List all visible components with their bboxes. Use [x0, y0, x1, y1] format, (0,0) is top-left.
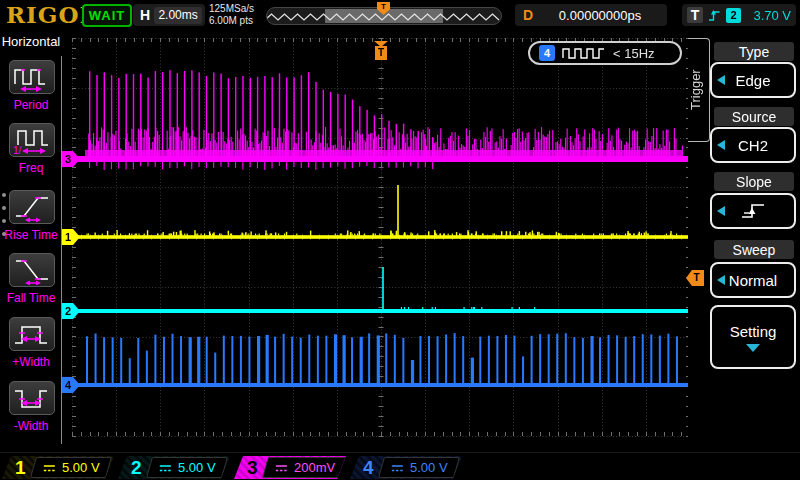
top-status-bar: RIGOL WAIT H 2.00ms 125MSa/s 6.00M pts T…: [0, 0, 800, 30]
sample-rate: 125MSa/s: [209, 3, 254, 15]
slope-header: Slope: [714, 172, 794, 191]
delay-value: 0.00000000ps: [541, 8, 659, 23]
trigger-label: T: [687, 7, 703, 23]
memory-depth: 6.00M pts: [209, 15, 254, 27]
delay-box[interactable]: D 0.00000000ps: [515, 4, 667, 26]
channel-2-badge[interactable]: 2 5.00 V: [118, 456, 230, 479]
plus-width-icon: [12, 319, 52, 349]
menu-label-period: Period: [0, 98, 68, 112]
menu-label-fall-time: Fall Time: [0, 291, 68, 305]
type-value: Edge: [735, 72, 770, 89]
scroll-dot: [2, 232, 6, 236]
slope-button[interactable]: [710, 193, 796, 229]
trigger-level-value: 3.70 V: [746, 8, 791, 23]
horizontal-timebase-box[interactable]: H 2.00ms: [133, 4, 205, 26]
menu-item-freq[interactable]: 1/: [9, 123, 55, 157]
trigger-menu-panel: Trigger Type Edge Source CH2 Slope Sweep…: [688, 30, 800, 452]
channel-1-number: 1: [15, 457, 29, 479]
channel-2-number: 2: [131, 457, 145, 479]
type-button[interactable]: Edge: [710, 62, 796, 98]
trigger-frequency-badge: 4 < 15Hz: [528, 41, 682, 65]
menu-label-rise-time: Rise Time: [0, 228, 68, 242]
left-arrow-icon: [717, 206, 725, 216]
horizontal-measure-menu: Horizontal Period 1/ Freq Rise Time: [0, 30, 62, 452]
trigger-menu-tab[interactable]: Trigger: [688, 38, 710, 142]
channel-4-badge: 4: [539, 45, 555, 61]
delay-label: D: [523, 7, 533, 23]
left-arrow-icon: [717, 140, 725, 150]
left-arrow-icon: [717, 275, 725, 285]
dc-coupling-icon: [42, 463, 57, 473]
channel-4-badge-bottom[interactable]: 4 5.00 V: [350, 456, 462, 479]
channel-4-scale: 5.00 V: [410, 460, 448, 475]
trigger-source-badge: 2: [726, 8, 741, 23]
left-arrow-icon: [717, 75, 725, 85]
rising-slope-icon: [738, 201, 768, 221]
scroll-dot: [2, 206, 6, 210]
svg-text:1/: 1/: [13, 145, 22, 155]
sweep-value: Normal: [729, 272, 777, 289]
menu-label-freq: Freq: [0, 161, 68, 175]
scroll-dot: [2, 193, 6, 197]
down-arrow-icon: [746, 344, 760, 352]
channel-3-scale: 200mV: [294, 460, 335, 475]
menu-label-plus-width: +Width: [0, 355, 68, 369]
sweep-header: Sweep: [714, 240, 794, 259]
source-button[interactable]: CH2: [710, 127, 796, 163]
rising-edge-icon: [708, 8, 721, 23]
fall-time-icon: [12, 255, 52, 285]
trigger-status-box[interactable]: T 2 3.70 V: [682, 4, 796, 26]
square-wave-icon: [562, 47, 606, 60]
menu-item-period[interactable]: [9, 60, 55, 94]
period-icon: [12, 62, 52, 92]
acquisition-status-badge: WAIT: [82, 4, 132, 27]
minus-width-icon: [12, 383, 52, 413]
sweep-button[interactable]: Normal: [710, 262, 796, 298]
dc-coupling-icon: [274, 463, 289, 473]
setting-label: Setting: [730, 323, 777, 340]
type-header: Type: [714, 42, 794, 61]
menu-item-minus-width[interactable]: [9, 381, 55, 415]
menu-label-minus-width: -Width: [0, 419, 68, 433]
dc-coupling-icon: [158, 463, 173, 473]
channel-1-badge[interactable]: 1 5.00 V: [2, 456, 114, 479]
rise-time-icon: [12, 192, 52, 222]
menu-item-rise-time[interactable]: [9, 190, 55, 224]
source-value: CH2: [738, 137, 768, 154]
channel-status-bar: 1 5.00 V 2 5.00 V 3 200mV: [0, 452, 800, 480]
channel-2-scale: 5.00 V: [178, 460, 216, 475]
source-header: Source: [714, 107, 794, 126]
freq-icon: 1/: [12, 125, 52, 155]
setting-button[interactable]: Setting: [710, 305, 796, 369]
channel-4-number: 4: [363, 457, 377, 479]
scroll-dot: [2, 219, 6, 223]
channel-3-badge[interactable]: 3 200mV: [234, 456, 346, 479]
timebase-value: 2.00ms: [154, 7, 202, 24]
horizontal-label: H: [140, 7, 150, 23]
channel-3-number: 3: [247, 457, 261, 479]
trigger-frequency-value: < 15Hz: [613, 46, 655, 61]
left-menu-title: Horizontal: [0, 34, 62, 49]
waveform-display: [62, 30, 688, 452]
sample-rate-block: 125MSa/s 6.00M pts: [209, 3, 254, 27]
channel-1-scale: 5.00 V: [62, 460, 100, 475]
menu-item-plus-width[interactable]: [9, 317, 55, 351]
dc-coupling-icon: [390, 463, 405, 473]
menu-item-fall-time[interactable]: [9, 253, 55, 287]
